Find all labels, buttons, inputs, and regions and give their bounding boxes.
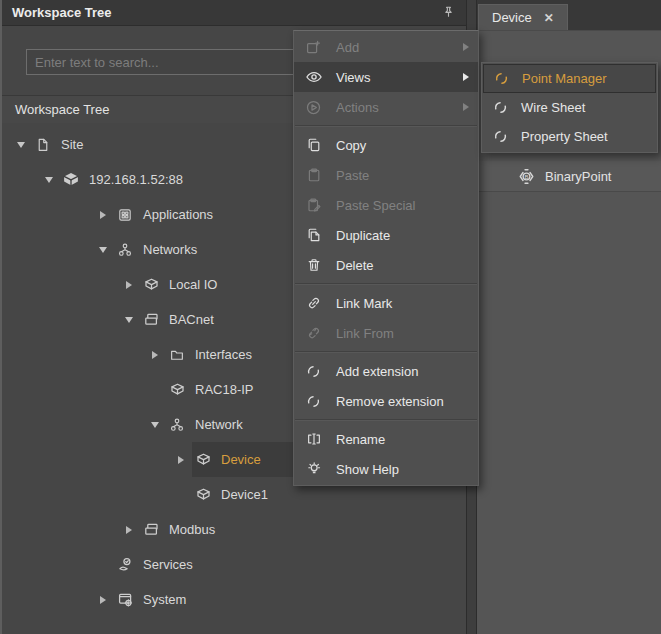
tree-section-title: Workspace Tree	[15, 102, 109, 117]
submenu-item-property-sheet[interactable]: Property Sheet	[483, 122, 656, 151]
link-icon	[304, 295, 323, 311]
duplicate-icon	[304, 227, 323, 243]
menu-separator	[295, 125, 477, 127]
help-bulb-icon	[304, 461, 323, 477]
tab-label: Device	[492, 10, 532, 25]
view-spinner-icon	[491, 129, 509, 144]
tree-item-services[interactable]: Services	[2, 547, 466, 582]
network-icon	[166, 417, 188, 433]
tree-item-label: BACnet	[169, 312, 214, 327]
eye-icon	[304, 68, 323, 86]
system-icon	[114, 591, 136, 608]
menu-item-link-from: Link From	[294, 318, 478, 348]
tree-item-label: 192.168.1.52:88	[89, 172, 183, 187]
expand-arrow-icon[interactable]	[92, 589, 114, 611]
view-spinner-icon	[492, 71, 510, 86]
menu-separator	[295, 351, 477, 353]
rename-icon	[304, 431, 323, 447]
menu-item-paste: Paste	[294, 160, 478, 190]
tree-item-label: Modbus	[169, 522, 215, 537]
menu-separator	[295, 419, 477, 421]
device-cube-icon	[192, 486, 214, 503]
tree-item-label: Site	[61, 137, 83, 152]
server-icon	[60, 171, 82, 189]
add-icon	[304, 39, 323, 56]
workspace-tree-header: Workspace Tree	[2, 0, 466, 26]
tree-item-label: Applications	[143, 207, 213, 222]
menu-separator	[295, 283, 477, 285]
stack-icon	[140, 521, 162, 538]
menu-item-link-mark[interactable]: Link Mark	[294, 288, 478, 318]
collapse-arrow-icon[interactable]	[10, 134, 32, 156]
tree-item-system[interactable]: System	[2, 582, 466, 617]
tab-bar: Device ✕	[477, 0, 661, 31]
list-item-label: BinaryPoint	[545, 169, 611, 184]
paste-special-icon	[304, 197, 323, 213]
tree-item-label: Local IO	[169, 277, 217, 292]
menu-item-copy[interactable]: Copy	[294, 130, 478, 160]
menu-item-views[interactable]: Views	[294, 62, 478, 92]
views-submenu: Point Manager Wire Sheet Property Sheet	[481, 62, 658, 153]
submenu-item-wire-sheet[interactable]: Wire Sheet	[483, 93, 656, 122]
expand-arrow-icon[interactable]	[118, 274, 140, 296]
tree-item-label: Network	[195, 417, 243, 432]
link-broken-icon	[304, 325, 323, 341]
collapse-arrow-icon[interactable]	[38, 169, 60, 191]
expand-arrow-icon[interactable]	[170, 449, 192, 471]
tree-item-label: Interfaces	[195, 347, 252, 362]
submenu-arrow-icon	[463, 73, 469, 81]
tree-item-label: System	[143, 592, 186, 607]
menu-item-rename[interactable]: Rename	[294, 424, 478, 454]
extension-icon	[304, 394, 323, 409]
collapse-arrow-icon[interactable]	[144, 414, 166, 436]
pin-icon[interactable]	[441, 5, 456, 20]
tree-item-label: Device1	[221, 487, 268, 502]
tab-device[interactable]: Device ✕	[478, 4, 568, 30]
stack-icon	[140, 311, 162, 328]
expand-arrow-icon[interactable]	[144, 344, 166, 366]
tree-item-label: RAC18-IP	[195, 382, 254, 397]
tree-item-label: Services	[143, 557, 193, 572]
context-menu: Add Views Actions Copy Paste	[293, 30, 479, 486]
expand-arrow-icon[interactable]	[118, 519, 140, 541]
menu-item-add-extension[interactable]: Add extension	[294, 356, 478, 386]
menu-item-paste-special: Paste Special	[294, 190, 478, 220]
copy-icon	[304, 137, 323, 153]
tree-item-label: Device	[221, 452, 261, 467]
tree-arrow-spacer	[144, 379, 166, 401]
svg-text:B: B	[524, 173, 528, 179]
workspace-tree-title: Workspace Tree	[12, 5, 111, 20]
view-spinner-icon	[491, 100, 509, 115]
tree-arrow-spacer	[170, 484, 192, 506]
menu-item-remove-extension[interactable]: Remove extension	[294, 386, 478, 416]
expand-arrow-icon[interactable]	[92, 204, 114, 226]
menu-item-delete[interactable]: Delete	[294, 250, 478, 280]
binary-point-icon: B	[517, 167, 536, 186]
menu-item-duplicate[interactable]: Duplicate	[294, 220, 478, 250]
menu-item-show-help[interactable]: Show Help	[294, 454, 478, 484]
tree-item-label: Networks	[143, 242, 197, 257]
trash-icon	[304, 257, 323, 273]
tree-arrow-spacer	[92, 554, 114, 576]
paste-icon	[304, 167, 323, 183]
document-icon	[32, 137, 54, 153]
list-item-binarypoint[interactable]: B BinaryPoint	[477, 161, 661, 192]
services-icon	[114, 556, 136, 573]
menu-item-actions: Actions	[294, 92, 478, 122]
applications-icon	[114, 207, 136, 223]
device-cube-icon	[192, 451, 214, 468]
device-cube-icon	[166, 381, 188, 398]
folder-icon	[166, 347, 188, 363]
close-icon[interactable]: ✕	[544, 11, 554, 25]
network-icon	[114, 242, 136, 258]
menu-item-add: Add	[294, 32, 478, 62]
collapse-arrow-icon[interactable]	[92, 239, 114, 261]
submenu-arrow-icon	[463, 43, 469, 51]
device-cube-icon	[140, 276, 162, 293]
tree-item-modbus[interactable]: Modbus	[2, 512, 466, 547]
submenu-arrow-icon	[463, 103, 469, 111]
submenu-item-point-manager[interactable]: Point Manager	[483, 64, 656, 93]
app-window: Workspace Tree Workspace Tree Site	[0, 0, 661, 634]
collapse-arrow-icon[interactable]	[118, 309, 140, 331]
play-circle-icon	[304, 99, 323, 116]
